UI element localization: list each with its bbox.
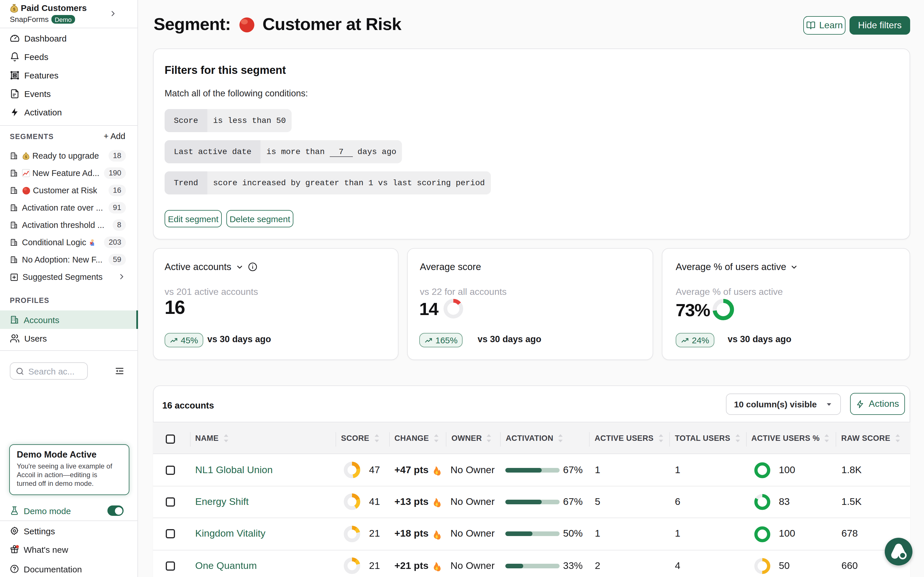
svg-text:$: $ bbox=[13, 6, 15, 11]
svg-text:$: $ bbox=[25, 155, 27, 159]
